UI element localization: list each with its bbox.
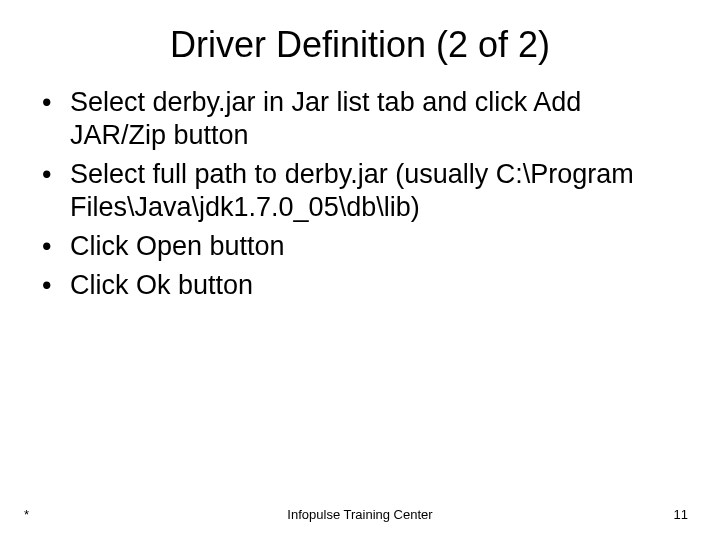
- slide: Driver Definition (2 of 2) Select derby.…: [0, 0, 720, 540]
- bullet-item: Click Ok button: [70, 269, 680, 302]
- footer-page-number: 11: [674, 507, 688, 522]
- slide-content: Select derby.jar in Jar list tab and cli…: [0, 86, 720, 302]
- slide-title: Driver Definition (2 of 2): [0, 0, 720, 86]
- bullet-list: Select derby.jar in Jar list tab and cli…: [70, 86, 680, 302]
- footer-organization: Infopulse Training Center: [0, 507, 720, 522]
- bullet-item: Select full path to derby.jar (usually C…: [70, 158, 680, 224]
- bullet-item: Select derby.jar in Jar list tab and cli…: [70, 86, 680, 152]
- bullet-item: Click Open button: [70, 230, 680, 263]
